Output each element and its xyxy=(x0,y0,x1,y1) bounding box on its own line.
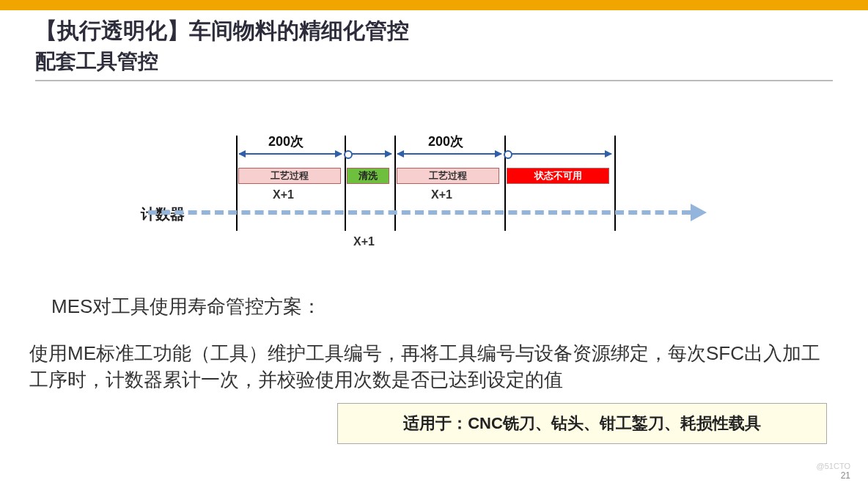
span-arrow-small xyxy=(347,153,391,155)
counter-increment-label: X+1 xyxy=(273,188,294,202)
span-arrow xyxy=(397,153,501,155)
segment-unavailable: 状态不可用 xyxy=(507,168,609,184)
body-heading: MES对工具使用寿命管控方案： xyxy=(51,294,824,319)
span-arrow-open xyxy=(507,153,611,155)
title-prefix: 【执行透明化】 xyxy=(35,18,189,42)
timeline-divider xyxy=(614,136,616,231)
span1-count-label: 200次 xyxy=(268,133,304,150)
segment-process: 工艺过程 xyxy=(238,168,341,184)
applicability-callout: 适用于：CNC铣刀、钻头、钳工錾刀、耗损性载具 xyxy=(337,403,827,444)
span-arrow xyxy=(239,153,342,155)
counter-increment-label: X+1 xyxy=(431,188,452,202)
slide-header: 【执行透明化】车间物料的精细化管控 配套工具管控 xyxy=(0,10,868,75)
header-divider xyxy=(35,80,833,81)
top-accent-bar xyxy=(0,0,868,10)
dashed-line xyxy=(148,210,691,215)
span2-count-label: 200次 xyxy=(428,133,463,150)
title-main-text: 车间物料的精细化管控 xyxy=(189,18,409,42)
watermark: @51CTO xyxy=(817,462,850,470)
counter-increment-label: X+1 xyxy=(353,235,375,248)
page-number: 21 xyxy=(841,470,850,481)
slide-subtitle: 配套工具管控 xyxy=(35,48,833,75)
timeline: 200次 200次 工艺过程 清洗 工艺过程 状态不可用 X+1 X+1 X+1 xyxy=(236,133,705,250)
arrow-head-icon xyxy=(691,204,707,221)
segment-process: 工艺过程 xyxy=(397,168,499,184)
segment-wash: 清洗 xyxy=(347,168,389,184)
counter-timeline-arrow xyxy=(148,209,705,216)
body-paragraph: 使用ME标准工功能（工具）维护工具编号，再将工具编号与设备资源绑定，每次SFC出… xyxy=(29,340,839,393)
segment-row: 工艺过程 清洗 工艺过程 状态不可用 xyxy=(236,168,609,184)
slide-title: 【执行透明化】车间物料的精细化管控 xyxy=(35,16,833,46)
tool-life-diagram: 计数器 200次 200次 工艺过程 清洗 工艺过程 状态不可用 X+1 X+1… xyxy=(155,125,713,272)
